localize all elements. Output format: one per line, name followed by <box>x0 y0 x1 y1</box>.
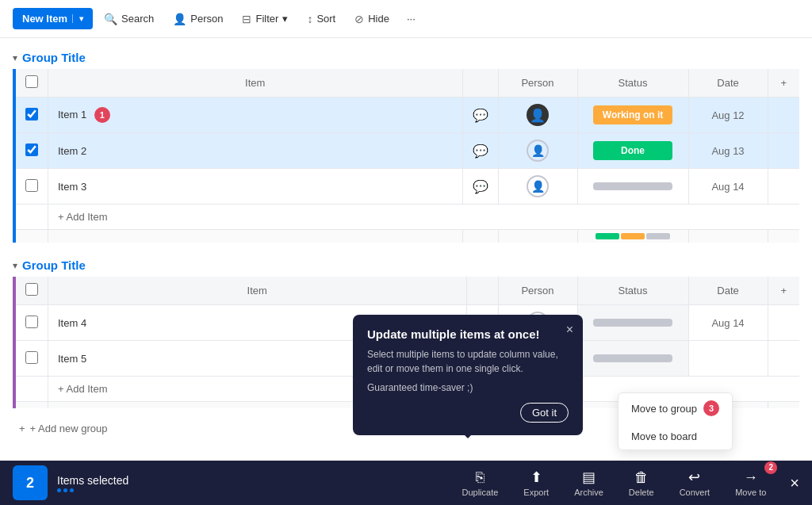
archive-label: Archive <box>574 488 603 497</box>
add-new-group-button[interactable]: + + Add new group <box>13 418 114 439</box>
export-action[interactable]: ⬆ Export <box>515 465 557 500</box>
hide-icon: ⊘ <box>354 13 364 25</box>
row5-date <box>688 341 768 377</box>
row2-avatar: 👤 <box>527 140 549 162</box>
tooltip-popup: × Update multiple items at once! Select … <box>353 315 583 435</box>
group1-header[interactable]: ▾ Group Title <box>13 51 799 64</box>
tooltip-title: Update multiple items at once! <box>367 327 569 341</box>
more-icon: ··· <box>407 13 416 25</box>
delete-label: Delete <box>629 488 654 497</box>
row3-item-name: Item 3 <box>48 169 463 205</box>
archive-action[interactable]: ▤ Archive <box>566 465 611 500</box>
group1-title: Group Title <box>22 51 86 64</box>
row1-add-comment-icon[interactable]: 💬 <box>473 109 488 122</box>
convert-icon: ↩ <box>688 469 700 486</box>
new-item-chevron[interactable]: ▾ <box>72 14 83 23</box>
move-to-group-badge: 3 <box>703 400 719 416</box>
filter-label: Filter <box>255 13 278 25</box>
delete-icon: 🗑 <box>634 469 649 486</box>
row3-add-comment-icon[interactable]: 💬 <box>473 180 488 193</box>
group1-col-date: Date <box>688 69 768 98</box>
add-group-plus-icon: + <box>19 423 25 434</box>
group2-col-item: Item <box>48 277 467 305</box>
row2-add-comment-icon[interactable]: 💬 <box>473 144 488 158</box>
row3-status-badge[interactable] <box>593 182 672 190</box>
group1-chevron-icon: ▾ <box>13 52 17 63</box>
row1-checkbox[interactable] <box>25 108 38 121</box>
export-icon: ⬆ <box>530 469 542 486</box>
tooltip-highlight: Guaranteed time-saver ;) <box>367 382 569 393</box>
row4-checkbox[interactable] <box>25 316 38 328</box>
row4-date: Aug 14 <box>688 305 768 341</box>
selected-info: Items selected <box>57 474 445 492</box>
hide-button[interactable]: ⊘ Hide <box>347 8 397 30</box>
row2-item-name: Item 2 <box>48 133 463 169</box>
table-row: Item 1 1 💬 👤 Working on it Aug 12 <box>16 98 799 133</box>
group1-add-item-row[interactable]: + Add Item <box>16 205 799 230</box>
group1-table: Item Person Status Date + Item 1 1 <box>16 69 799 243</box>
group2-title: Group Title <box>22 258 86 272</box>
row1-avatar: 👤 <box>527 104 549 126</box>
group1-status-bar <box>588 233 679 239</box>
dot3 <box>70 488 74 492</box>
group2-header[interactable]: ▾ Group Title <box>13 258 799 272</box>
row3-checkbox[interactable] <box>25 179 38 192</box>
sort-button[interactable]: ↕ Sort <box>299 8 343 30</box>
move-to-label: Move to <box>735 488 766 497</box>
group1-col-status: Status <box>577 69 688 98</box>
got-it-button[interactable]: Got it <box>520 403 569 423</box>
row5-status-badge[interactable] <box>593 354 672 362</box>
filter-button[interactable]: ⊟ Filter ▾ <box>234 8 296 30</box>
bottom-bar: 2 Items selected ⎘ Duplicate ⬆ Export ▤ … <box>0 461 812 505</box>
group1-col-person: Person <box>498 69 577 98</box>
move-to-action[interactable]: → Move to 2 <box>727 466 774 500</box>
group2-col-person: Person <box>498 277 577 305</box>
person-button[interactable]: 👤 Person <box>165 8 231 30</box>
group1-add-item-label[interactable]: + Add Item <box>48 205 800 230</box>
move-to-icon: → <box>744 469 758 486</box>
sort-icon: ↕ <box>307 13 312 25</box>
toolbar: New Item ▾ 🔍 Search 👤 Person ⊟ Filter ▾ … <box>0 0 812 38</box>
row3-date: Aug 14 <box>688 169 768 205</box>
more-button[interactable]: ··· <box>400 10 422 28</box>
context-menu-item-move-to-group[interactable]: Move to group 3 <box>619 393 732 423</box>
row4-status-badge[interactable] <box>593 319 672 327</box>
convert-label: Convert <box>680 488 710 497</box>
duplicate-action[interactable]: ⎘ Duplicate <box>454 466 507 500</box>
move-to-badge: 2 <box>764 461 777 474</box>
group1-col-spacer <box>462 69 498 98</box>
context-menu: Move to group 3 Move to board <box>618 392 733 450</box>
table-row: Item 2 💬 👤 Done Aug 13 <box>16 133 799 169</box>
new-item-label: New Item <box>22 13 67 25</box>
row1-date: Aug 12 <box>688 98 768 133</box>
move-to-board-label: Move to board <box>631 430 697 442</box>
tooltip-close-button[interactable]: × <box>566 323 573 337</box>
person-label: Person <box>190 13 223 25</box>
new-item-button[interactable]: New Item ▾ <box>13 8 93 29</box>
dot2 <box>63 488 67 492</box>
group2-col-status: Status <box>577 277 688 305</box>
group2-check-all[interactable] <box>25 283 38 296</box>
delete-action[interactable]: 🗑 Delete <box>621 466 662 500</box>
row1-status-badge[interactable]: Working on it <box>593 105 672 124</box>
sort-label: Sort <box>316 13 335 25</box>
archive-icon: ▤ <box>582 469 596 486</box>
search-button[interactable]: 🔍 Search <box>96 8 162 30</box>
row2-status-badge[interactable]: Done <box>593 141 672 160</box>
group1: ▾ Group Title Item Person Status Date + <box>13 51 799 243</box>
search-label: Search <box>121 13 154 25</box>
group2-chevron-icon: ▾ <box>13 260 17 271</box>
add-group-label: + Add new group <box>30 423 108 434</box>
selected-count: 2 <box>13 465 48 500</box>
row5-checkbox[interactable] <box>25 351 38 364</box>
group1-summary-row <box>16 230 799 243</box>
group1-check-all[interactable] <box>25 75 38 88</box>
convert-action[interactable]: ↩ Convert <box>672 465 718 500</box>
row2-checkbox[interactable] <box>25 143 38 156</box>
group2-col-date: Date <box>688 277 768 305</box>
person-icon: 👤 <box>173 13 186 25</box>
bottom-bar-close-button[interactable]: × <box>790 474 799 492</box>
group1-col-add: + <box>768 69 799 98</box>
context-menu-item-move-to-board[interactable]: Move to board <box>619 423 732 450</box>
hide-label: Hide <box>368 13 389 25</box>
